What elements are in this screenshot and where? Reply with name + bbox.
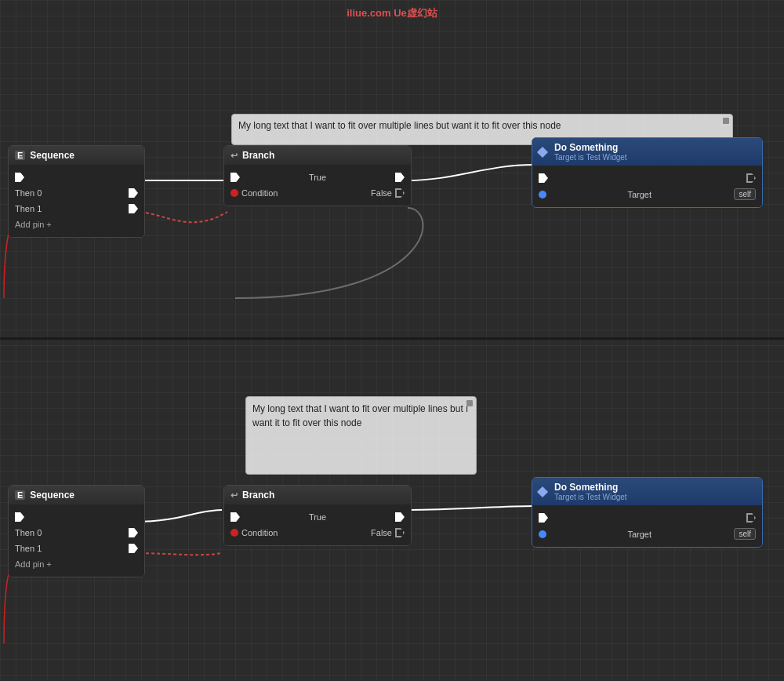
do-something-header-top: Do Something Target is Test Widget [532, 138, 762, 166]
do-something-target-row-top: Target self [539, 186, 756, 202]
do-something-exec-in-bottom[interactable] [539, 513, 548, 523]
do-something-subtitle-top: Target is Test Widget [554, 153, 627, 162]
section-divider [0, 337, 784, 340]
sequence-exec-in-bottom [15, 509, 138, 525]
sequence-title-bottom: Sequence [30, 490, 74, 501]
branch-condition-pin-bottom[interactable] [230, 529, 238, 537]
sequence-then0-row-bottom: Then 0 [15, 525, 138, 541]
then0-label-bottom: Then 0 [15, 528, 42, 537]
self-badge-top: self [734, 188, 756, 200]
sequence-then1-row-bottom: Then 1 [15, 541, 138, 556]
sequence-header-bottom: E Sequence [9, 486, 144, 504]
branch-node-bottom: ↩ Branch True Condition False [223, 485, 412, 546]
add-pin-label-bottom: Add pin + [15, 559, 52, 569]
branch-icon-bottom: ↩ [230, 490, 238, 501]
condition-label-bottom: Condition [241, 528, 371, 537]
connections-svg-top [0, 0, 784, 681]
branch-false-label-bottom: False [371, 528, 392, 537]
sequence-title-top: Sequence [30, 150, 74, 161]
do-something-target-pin-bottom[interactable] [539, 530, 546, 538]
branch-body-bottom: True Condition False [224, 504, 411, 545]
branch-exec-in-bottom[interactable] [230, 512, 240, 522]
seq-exec-in-pin-bottom[interactable] [15, 512, 24, 522]
branch-true-label-top: True [309, 173, 326, 182]
add-pin-top[interactable]: Add pin + [15, 217, 138, 232]
target-label-top: Target [627, 190, 652, 199]
do-something-header-bottom: Do Something Target is Test Widget [532, 478, 762, 505]
sequence-body-top: Then 0 Then 1 Add pin + [9, 165, 144, 237]
watermark: iliue.com Ue虚幻站 [347, 6, 437, 20]
branch-exec-row-top: True [230, 169, 405, 185]
branch-icon-top: ↩ [230, 151, 238, 161]
branch-body-top: True Condition False [224, 165, 411, 206]
sequence-node-top: E Sequence Then 0 Then 1 Add pin + [8, 145, 145, 238]
branch-condition-pin-top[interactable] [230, 189, 238, 197]
branch-true-pin-top[interactable] [395, 173, 405, 182]
sequence-then0-row-top: Then 0 [15, 185, 138, 201]
sequence-body-bottom: Then 0 Then 1 Add pin + [9, 504, 144, 577]
branch-title-top: Branch [242, 150, 274, 161]
do-something-title-bottom: Do Something [554, 482, 627, 493]
branch-condition-row-top: Condition False [230, 185, 405, 201]
comment-box-bottom: My long text that I want to fit over mul… [245, 396, 477, 475]
branch-exec-in-top[interactable] [230, 173, 240, 182]
sequence-header-top: E Sequence [9, 146, 144, 165]
seq-exec-in-pin-top[interactable] [15, 173, 24, 182]
graph-canvas[interactable]: My long text that I want to fit over mul… [0, 0, 784, 681]
branch-false-pin-bottom[interactable] [395, 528, 405, 537]
then1-label-bottom: Then 1 [15, 544, 42, 553]
then0-pin-top[interactable] [129, 188, 138, 198]
connections-svg-bottom [0, 0, 784, 681]
comment-text-top: My long text that I want to fit over mul… [238, 120, 561, 131]
then0-pin-bottom[interactable] [129, 528, 138, 537]
sequence-node-bottom: E Sequence Then 0 Then 1 Add pin + [8, 485, 145, 577]
sequence-then1-row-top: Then 1 [15, 201, 138, 217]
branch-header-bottom: ↩ Branch [224, 486, 411, 504]
branch-node-top: ↩ Branch True Condition False [223, 145, 412, 206]
do-something-node-bottom: Do Something Target is Test Widget Targe… [532, 477, 763, 548]
target-label-bottom: Target [627, 530, 652, 539]
then1-pin-top[interactable] [129, 204, 138, 213]
do-something-target-pin-top[interactable] [539, 191, 546, 198]
comment-text-bottom: My long text that I want to fit over mul… [252, 403, 468, 428]
do-something-target-row-bottom: Target self [539, 526, 756, 542]
sequence-icon-top: E [15, 151, 25, 160]
then1-pin-bottom[interactable] [129, 544, 138, 553]
do-something-node-top: Do Something Target is Test Widget Targe… [532, 137, 763, 208]
then1-label-top: Then 1 [15, 204, 42, 213]
self-badge-bottom: self [734, 528, 756, 540]
add-pin-bottom[interactable]: Add pin + [15, 556, 138, 572]
sequence-exec-in-top [15, 169, 138, 185]
branch-exec-row-bottom: True [230, 509, 405, 525]
do-something-subtitle-bottom: Target is Test Widget [554, 493, 627, 501]
branch-false-label-top: False [371, 188, 392, 198]
condition-label-top: Condition [241, 188, 371, 198]
comment-handle-top[interactable] [723, 118, 729, 124]
do-something-body-bottom: Target self [532, 505, 762, 547]
do-something-diamond-icon-bottom [537, 486, 548, 497]
do-something-exec-out-top[interactable] [746, 173, 756, 183]
branch-title-bottom: Branch [242, 490, 274, 501]
do-something-exec-row-top [539, 170, 756, 186]
do-something-exec-out-bottom[interactable] [746, 513, 756, 523]
do-something-body-top: Target self [532, 166, 762, 207]
add-pin-label-top: Add pin + [15, 220, 52, 229]
do-something-title-top: Do Something [554, 142, 627, 153]
comment-handle-bottom[interactable] [466, 400, 473, 406]
branch-true-pin-bottom[interactable] [395, 512, 405, 522]
branch-condition-row-bottom: Condition False [230, 525, 405, 541]
branch-false-pin-top[interactable] [395, 188, 405, 198]
do-something-exec-in-top[interactable] [539, 173, 548, 183]
do-something-diamond-icon-top [537, 146, 548, 157]
branch-true-label-bottom: True [309, 512, 326, 522]
then0-label-top: Then 0 [15, 188, 42, 198]
do-something-exec-row-bottom [539, 510, 756, 526]
branch-header-top: ↩ Branch [224, 146, 411, 165]
sequence-icon-bottom: E [15, 490, 25, 500]
